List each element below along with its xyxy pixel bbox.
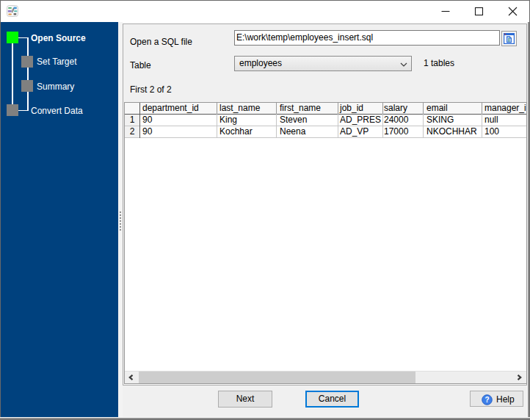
svg-text:?: ? [484, 396, 489, 404]
